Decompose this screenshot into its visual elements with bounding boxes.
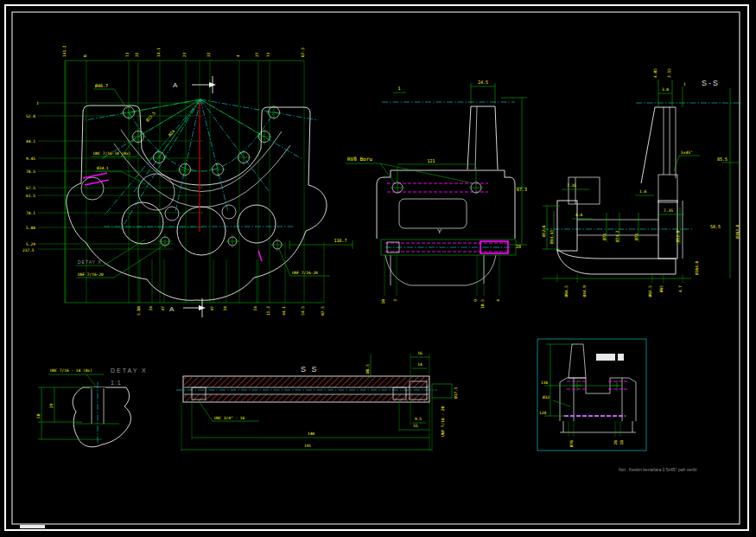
dim-label: 47 [161, 306, 165, 311]
blank-label-block [618, 354, 624, 361]
dim-label: 67.5 [26, 186, 35, 190]
front-bottom-dims: 5.88 34 47 47 34 54 15.2 44.1 54.5 67.5 [137, 306, 325, 316]
pipe-label: RV8 Boru [347, 156, 372, 162]
ss-column [641, 107, 677, 202]
dim-121: 121 [427, 158, 435, 163]
dim-label: Ø65 [659, 285, 664, 292]
dim-label: 15.2 [266, 306, 270, 316]
dim-label: 237.5 [22, 248, 35, 253]
dim-85-5: 85.5 [717, 157, 727, 162]
bar-geometry [176, 376, 452, 402]
dim-label-116-7: 116.7 [334, 238, 346, 243]
side-view-y: 121 24.5 1 67.3 28 10 3 9 10.5 4 RV8 Bor… [346, 80, 527, 309]
dim-120: 120 [539, 411, 546, 415]
dim-29: 29 [49, 403, 54, 408]
dim-bore: Ø8.5 [365, 364, 370, 374]
dim-label: Ø71 [634, 233, 638, 240]
dim-1-6: 1.6 [639, 189, 646, 194]
dim-7-35-right: 7.35 [664, 208, 673, 213]
front-left-dims: 1 52.8 44.1 9.45 78.5 67.5 61.5 78.1 5.8… [22, 101, 39, 253]
dim-label: 18 [619, 440, 624, 445]
dim-label: 34 [149, 306, 153, 311]
dim-24-5: 24.5 [478, 80, 488, 85]
pipe-callout: RV8 Boru [346, 156, 473, 184]
dim-label: 67.5 [321, 306, 325, 316]
dim-1: 1 [397, 86, 400, 91]
dim-label: 10 [381, 299, 385, 304]
dim-191: 191 [304, 444, 311, 448]
side-view-title: Y [437, 227, 442, 235]
dim-55: 55 [413, 424, 418, 428]
front-view: 141.2 8 73 32 14.1 23 32 4 37 73 67.3 1 … [22, 45, 353, 317]
bore-dia-label: Ø34.1 [97, 166, 109, 170]
thread-unf-right-label: UNF 7/16-20 [292, 271, 318, 275]
thread-left-label: UNC 3/4" - 16 [214, 416, 245, 420]
dim-label: Ø63.5 [648, 285, 652, 297]
aux-part [560, 344, 636, 432]
dim-67-3: 67.3 [517, 187, 527, 192]
thread-right-label: UNF 7/16 - 20 [441, 406, 445, 437]
dim-label: 5.88 [26, 226, 35, 230]
side-outline [377, 106, 515, 285]
section-arrow-top: A [173, 76, 216, 93]
section-letter-bottom: A [169, 305, 175, 313]
dim-label: 23 [182, 52, 187, 57]
thread-unf-left-label: UNF 7/16-20 [78, 272, 104, 277]
side-dims: 121 24.5 1 67.3 28 10 3 9 10.5 4 [381, 80, 527, 309]
detail-title: DETAY X [111, 368, 148, 374]
dim-one: 1 [683, 82, 686, 86]
detail-scale: 1:1 [111, 380, 122, 386]
dim-label: 47 [210, 306, 214, 311]
blank-label-block [596, 354, 615, 361]
detail-blob [73, 382, 130, 447]
dim-148: 148 [308, 432, 314, 436]
dim-label: 73 [125, 52, 130, 57]
hole-dia-label: Ø46.7 [95, 83, 108, 88]
detail-thread-label: UNC 7/16 - 14 (8x) [50, 368, 92, 373]
front-dim-grid [38, 61, 353, 303]
dim-label: Ø71 [602, 233, 607, 240]
dim-label: Ø52.8 [676, 230, 680, 242]
dim-label: 54.5 [301, 306, 305, 316]
front-magenta-marks [83, 173, 262, 261]
dim-label: 141.2 [62, 45, 67, 57]
dim-9-5: 9.5 [415, 417, 422, 421]
front-bolt-pattern [86, 99, 318, 252]
front-part-outline [67, 105, 327, 300]
dim-label: 4.7 [678, 285, 683, 292]
dim-label: 34 [223, 306, 227, 311]
section-letter-top: A [173, 81, 178, 89]
dim-label: 8 [83, 54, 87, 57]
detail-ref-label: DETAY X [78, 259, 102, 265]
ss-body [557, 177, 683, 274]
dim-label: 32 [206, 52, 211, 57]
front-callouts: Ø46.7 Ø33.5 M24 UNC 7/16-14 (8x) Ø34.1 D… [76, 83, 330, 278]
dim-50: 50 [36, 413, 41, 419]
cad-drawing-canvas: 141.2 8 73 32 14.1 23 32 4 37 73 67.3 1 … [0, 0, 756, 537]
dim-label: 3.15 [667, 68, 671, 78]
dim-label: 37 [255, 52, 259, 57]
dim-7-35-top: 7.35 [567, 183, 576, 188]
front-top-dims: 141.2 8 73 32 14.1 23 32 4 37 73 67.3 [62, 45, 305, 57]
dim-136: 136 [541, 380, 548, 385]
dim-4-6: 4.6 [575, 213, 582, 217]
dim-label: 32 [135, 52, 139, 57]
drawing-frame [5, 5, 748, 530]
side-holes [387, 181, 488, 195]
title-strip [20, 525, 45, 528]
dim-label: Ø74.2 [615, 230, 619, 242]
pitch-dia-label: Ø33.5 [145, 111, 156, 123]
dim-label: 4 [236, 54, 240, 57]
section-arrow-bottom: A [169, 298, 206, 317]
dim-label: Ø52.8 [542, 225, 546, 237]
aux-view: 136 120 Ø32 Ø76 28 18 [537, 339, 646, 451]
section-view-ss: S-S 4.05 3.15 3.8 1 85.5 5x45° 7.35 [542, 68, 741, 297]
dim-28: 28 [516, 244, 521, 249]
dim-58-5: 58.5 [710, 224, 721, 229]
dim-14: 14 [417, 362, 422, 367]
drawing-note: Not : Keskin kenarlara 0.5x45° pah veril… [619, 467, 697, 472]
dim-label: 67.3 [301, 48, 305, 57]
dim-label: 28 [613, 440, 618, 445]
dim-label: 10.5 [480, 299, 485, 309]
dim-label: 5.29 [26, 242, 35, 246]
